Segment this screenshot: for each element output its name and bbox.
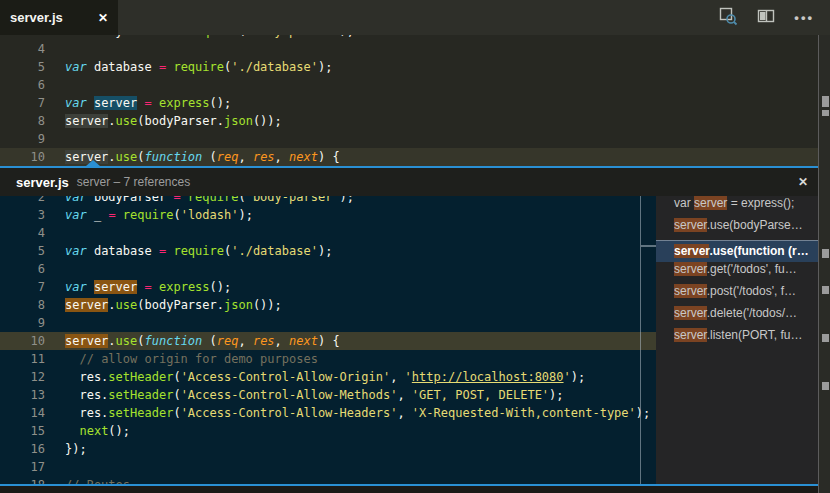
line-number[interactable]: 9 — [0, 130, 45, 148]
reference-item-2[interactable]: server.use(bodyParse… — [656, 218, 818, 240]
line-number[interactable]: 11 — [0, 350, 45, 368]
code-line-5[interactable]: 5var database = require('./database'); — [0, 242, 656, 260]
code-line-4[interactable]: 4 — [0, 40, 818, 58]
code-line-8[interactable]: 8server.use(bodyParser.json()); — [0, 296, 656, 314]
match-marker — [822, 286, 829, 294]
token: require — [188, 196, 239, 204]
token: use — [116, 114, 138, 128]
token: next — [289, 150, 318, 164]
code-line-10[interactable]: 10server.use(function (req, res, next) { — [0, 332, 656, 350]
peek-editor-scrollbar[interactable] — [640, 196, 641, 484]
code-line-8[interactable]: 8server.use(bodyParser.json()); — [0, 112, 818, 130]
reference-item-1[interactable]: var server = express(); — [656, 196, 818, 218]
token: bodyParser — [87, 196, 174, 204]
token: ( — [238, 196, 245, 204]
line-number[interactable]: 13 — [0, 386, 45, 404]
line-number[interactable]: 4 — [0, 40, 45, 58]
code-line-14[interactable]: 14 res.setHeader('Access-Control-Allow-H… — [0, 404, 656, 422]
code-line-7[interactable]: 7var server = express(); — [0, 94, 818, 112]
code-line-7[interactable]: 7var server = express(); — [0, 278, 656, 296]
reference-item-7[interactable]: server.listen(PORT, fu… — [656, 328, 818, 350]
code-line-9[interactable]: 9 — [0, 314, 656, 332]
reference-text: .get('/todos', fu… — [707, 262, 797, 276]
line-number[interactable]: 3 — [0, 206, 45, 224]
token: setHeader — [108, 406, 173, 420]
token: 'X-Requested-With,content-type' — [412, 406, 636, 420]
code-line-9[interactable]: 9 — [0, 130, 818, 148]
code-line-17[interactable]: 17 — [0, 458, 656, 476]
token: require — [123, 208, 174, 222]
code-line-16[interactable]: 16}); — [0, 440, 656, 458]
line-number[interactable]: 5 — [0, 58, 45, 76]
token: ( — [137, 150, 144, 164]
code-text: var server = express(); — [45, 280, 231, 294]
line-number[interactable]: 8 — [0, 112, 45, 130]
match-marker — [822, 249, 829, 258]
code-line-15[interactable]: 15 next(); — [0, 422, 656, 440]
code-line-5[interactable]: 5var database = require('./database'); — [0, 58, 818, 76]
close-icon[interactable]: ✕ — [98, 11, 108, 25]
peek-header[interactable]: server.js server – 7 references ✕ — [0, 168, 818, 196]
find-references-icon[interactable] — [718, 6, 738, 30]
code-line-13[interactable]: 13 res.setHeader('Access-Control-Allow-M… — [0, 386, 656, 404]
reference-item-3[interactable]: server.use(function (r… — [656, 240, 818, 262]
line-number[interactable]: 2 — [0, 196, 45, 206]
code-line-3[interactable]: 3var _ = require('lodash'); — [0, 206, 656, 224]
code-line-10[interactable]: 10server.use(function (req, res, next) { — [0, 148, 818, 166]
reference-text: = express(); — [727, 196, 794, 210]
line-number[interactable]: 9 — [0, 314, 45, 332]
token: var — [65, 60, 87, 74]
token: (); — [210, 280, 232, 294]
token: var — [65, 280, 87, 294]
editor-main[interactable]: 3var bodyParser = require('body-parser')… — [0, 35, 818, 166]
peek-editor[interactable]: 2var bodyParser = require('body-parser')… — [0, 196, 656, 484]
token: ) { — [318, 334, 340, 348]
line-number[interactable]: 6 — [0, 260, 45, 278]
token: . — [108, 150, 115, 164]
line-number[interactable]: 7 — [0, 278, 45, 296]
reference-text: var — [674, 196, 694, 210]
code-line-2[interactable]: 2var bodyParser = require('body-parser')… — [0, 196, 656, 206]
overview-ruler[interactable] — [818, 35, 830, 493]
code-line-18[interactable]: 18// Routes — [0, 476, 656, 484]
token — [152, 280, 159, 294]
reference-item-4[interactable]: server.get('/todos', fu… — [656, 262, 818, 284]
code-line-4[interactable]: 4 — [0, 224, 656, 242]
token: setHeader — [108, 388, 173, 402]
reference-item-6[interactable]: server.delete('/todos/… — [656, 306, 818, 328]
code-line-6[interactable]: 6 — [0, 76, 818, 94]
token: ( — [173, 208, 180, 222]
token: ' — [564, 370, 571, 384]
line-number[interactable]: 18 — [0, 476, 45, 484]
split-editor-icon[interactable] — [756, 7, 776, 29]
more-actions-icon[interactable]: ••• — [794, 10, 814, 25]
line-number[interactable]: 17 — [0, 458, 45, 476]
code-line-12[interactable]: 12 res.setHeader('Access-Control-Allow-O… — [0, 368, 656, 386]
line-number[interactable]: 14 — [0, 404, 45, 422]
reference-item-5[interactable]: server.post('/todos', f… — [656, 284, 818, 306]
token: function — [145, 334, 203, 348]
token: 'Access-Control-Allow-Origin' — [181, 370, 391, 384]
line-number[interactable]: 16 — [0, 440, 45, 458]
token: (); — [210, 96, 232, 110]
token: './database' — [231, 60, 318, 74]
line-number[interactable]: 5 — [0, 242, 45, 260]
reference-match-highlight: server — [674, 218, 707, 232]
token: 'Access-Control-Allow-Methods' — [181, 388, 398, 402]
code-line-11[interactable]: 11 // allow origin for demo purposes — [0, 350, 656, 368]
line-number[interactable]: 12 — [0, 368, 45, 386]
editor-main-lines: 3var bodyParser = require('body-parser')… — [0, 35, 818, 166]
code-text: // allow origin for demo purposes — [45, 352, 318, 366]
tab-server-js[interactable]: server.js ✕ — [0, 0, 118, 35]
line-number[interactable]: 10 — [0, 148, 45, 166]
line-number[interactable]: 10 — [0, 332, 45, 350]
close-icon[interactable]: ✕ — [798, 168, 808, 196]
line-number[interactable]: 4 — [0, 224, 45, 242]
code-line-6[interactable]: 6 — [0, 260, 656, 278]
line-number[interactable]: 6 — [0, 76, 45, 94]
line-number[interactable]: 7 — [0, 94, 45, 112]
reference-match-highlight: server — [674, 306, 707, 320]
token: ); — [238, 208, 252, 222]
line-number[interactable]: 15 — [0, 422, 45, 440]
line-number[interactable]: 8 — [0, 296, 45, 314]
